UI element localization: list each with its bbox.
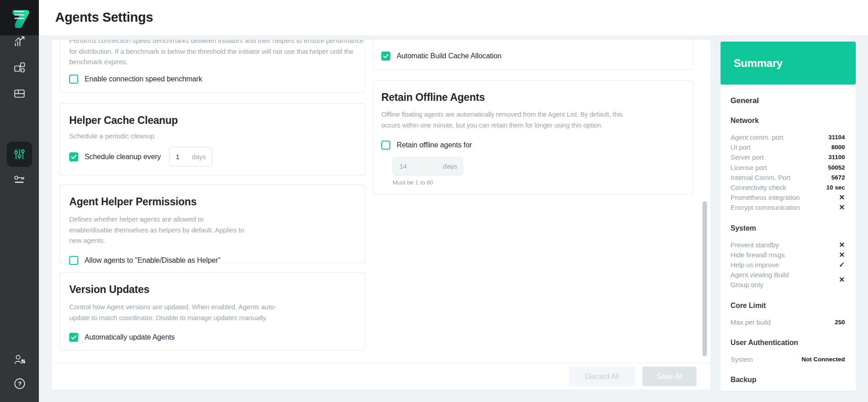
summary-row-value: 8000 bbox=[831, 142, 845, 152]
card-build-cache: Automatic Build Cache Allocation bbox=[373, 40, 693, 70]
summary-row-label: System bbox=[730, 355, 753, 364]
summary-row-value: 250 bbox=[835, 317, 845, 327]
chart-icon bbox=[14, 36, 25, 47]
summary-sections[interactable]: GeneralNetworkAgent comm. port31104UI po… bbox=[721, 85, 856, 391]
schedule-cleanup-checkbox[interactable] bbox=[69, 152, 78, 161]
summary-row: Prometheus integration✕ bbox=[730, 193, 845, 203]
summary-section-rows: Prevent standby✕Hide firewall msgs✕Help … bbox=[730, 240, 845, 290]
summary-section-rows: Agent comm. port31104UI port8000Server p… bbox=[730, 132, 845, 213]
summary-row-label: Internal Comm. Port bbox=[730, 173, 790, 183]
summary-row: Internal Comm. Port5672 bbox=[730, 173, 845, 183]
card-version-updates: Version Updates Control how Agent versio… bbox=[60, 272, 365, 350]
summary-row-label: Encrypt communication bbox=[730, 203, 800, 213]
summary-row-value: 31100 bbox=[828, 152, 845, 162]
retain-offline-agents-checkbox[interactable] bbox=[381, 141, 390, 150]
connection-benchmark-row: Enable connection speed benchmark bbox=[69, 75, 356, 84]
sidebar-item-user-preferences[interactable] bbox=[0, 349, 39, 370]
summary-row-value: 50052 bbox=[828, 163, 845, 173]
retain-days-unit: days bbox=[443, 162, 457, 170]
summary-row-value: 31104 bbox=[828, 132, 845, 142]
summary-row-label: Agent viewing Build Group only bbox=[730, 270, 806, 290]
summary-row-label: Agent comm. port bbox=[730, 132, 783, 142]
summary-section-heading: User Authentication bbox=[730, 338, 845, 347]
connection-benchmark-description: Performs connection speed benchmarks bet… bbox=[69, 40, 365, 67]
hamburger-menu-icon bbox=[14, 9, 25, 21]
card-title: Version Updates bbox=[69, 284, 356, 295]
sidebar-item-help[interactable]: ? bbox=[0, 373, 39, 394]
summary-row-label: Hide firewall msgs bbox=[730, 250, 785, 260]
header: Agents Settings bbox=[39, 0, 868, 35]
summary-row-value: 5672 bbox=[831, 173, 845, 183]
card-description: Defines whether helper agents are allowe… bbox=[69, 214, 248, 246]
cleanup-days-value: 1 bbox=[176, 153, 180, 161]
summary-row-label: Help us improve bbox=[730, 260, 779, 270]
card-subtitle: Schedule a periodic cleanup bbox=[69, 132, 356, 141]
summary-row-label: Max per build bbox=[730, 317, 771, 327]
summary-section-heading: Core Limit bbox=[730, 301, 845, 310]
card-title: Retain Offline Agents bbox=[381, 91, 683, 103]
sidebar-item-license[interactable] bbox=[0, 169, 39, 190]
card-title: Agent Helper Permissions bbox=[69, 196, 356, 208]
summary-row-value: Not Connected bbox=[802, 355, 845, 364]
summary-row: Agent viewing Build Group only✕ bbox=[730, 270, 845, 290]
summary-row: License port50052 bbox=[730, 163, 845, 173]
retain-days-hint: Must be 1 to 60 bbox=[393, 179, 683, 186]
retain-days-input[interactable]: 14 days bbox=[393, 157, 463, 175]
summary-section-heading: General bbox=[730, 96, 845, 105]
build-cache-row: Automatic Build Cache Allocation bbox=[381, 52, 683, 61]
summary-row: SystemNot Connected bbox=[730, 355, 845, 364]
footer-action-bar: Discard All Save All bbox=[52, 363, 711, 390]
allow-enable-disable-helper-checkbox[interactable] bbox=[69, 256, 78, 265]
cross-mark-icon: ✕ bbox=[839, 203, 845, 213]
checkbox-label: Allow agents to "Enable/Disable as Helpe… bbox=[85, 256, 221, 265]
retain-days-value: 14 bbox=[399, 162, 407, 170]
summary-row-label: Prometheus integration bbox=[730, 193, 800, 203]
card-description: Control how Agent versions are updated. … bbox=[69, 302, 295, 323]
sliders-icon bbox=[13, 148, 26, 161]
svg-text:?: ? bbox=[18, 380, 21, 387]
cleanup-days-input[interactable]: 1 days bbox=[169, 147, 212, 166]
enable-speed-benchmark-checkbox[interactable] bbox=[69, 75, 78, 84]
page-title: Agents Settings bbox=[55, 10, 153, 25]
scrollbar-thumb[interactable] bbox=[702, 201, 707, 356]
help-icon: ? bbox=[14, 378, 26, 390]
summary-row-label: UI port bbox=[730, 142, 750, 152]
helper-permission-row: Allow agents to "Enable/Disable as Helpe… bbox=[69, 256, 356, 265]
summary-row-label: License port bbox=[730, 163, 767, 173]
sidebar-item-builds[interactable] bbox=[0, 83, 39, 104]
sidebar-item-dashboard[interactable] bbox=[0, 31, 39, 52]
checkbox-label: Schedule cleanup every bbox=[85, 153, 161, 161]
summary-row: Prevent standby✕ bbox=[730, 240, 845, 250]
sidebar-item-menu[interactable] bbox=[0, 4, 39, 26]
summary-row-label: Server port bbox=[730, 152, 764, 162]
summary-row: Max per build250 bbox=[730, 317, 845, 327]
save-all-button[interactable]: Save All bbox=[642, 367, 697, 386]
cross-mark-icon: ✕ bbox=[839, 250, 845, 260]
cleanup-days-unit: days bbox=[192, 153, 206, 161]
settings-scroll-panel: Performs connection speed benchmarks bet… bbox=[52, 40, 711, 390]
allocation-icon bbox=[14, 61, 25, 73]
checkbox-label: Enable connection speed benchmark bbox=[85, 75, 202, 83]
card-helper-cache-cleanup: Helper Cache Cleanup Schedule a periodic… bbox=[60, 103, 365, 175]
summary-section-heading: Backup bbox=[730, 375, 845, 384]
checkbox-label: Retain offline agents for bbox=[397, 141, 472, 149]
summary-row-label: Connectivity check bbox=[730, 183, 786, 193]
summary-row-label: Prevent standby bbox=[730, 240, 779, 250]
card-agent-helper-permissions: Agent Helper Permissions Defines whether… bbox=[60, 184, 365, 263]
discard-all-button[interactable]: Discard All bbox=[569, 367, 635, 386]
checkbox-label: Automatically update Agents bbox=[85, 333, 175, 341]
card-title: Helper Cache Cleanup bbox=[69, 114, 356, 126]
sidebar-item-settings-active[interactable] bbox=[7, 142, 32, 167]
sidebar-item-agents-allocation[interactable] bbox=[0, 57, 39, 78]
cross-mark-icon: ✕ bbox=[839, 240, 845, 250]
auto-build-cache-checkbox[interactable] bbox=[381, 52, 390, 61]
summary-row: Encrypt communication✕ bbox=[730, 203, 845, 213]
check-mark-icon: ✓ bbox=[839, 260, 845, 270]
grid-icon bbox=[14, 88, 25, 99]
summary-panel: Summary GeneralNetworkAgent comm. port31… bbox=[721, 42, 856, 391]
auto-update-agents-checkbox[interactable] bbox=[69, 333, 78, 342]
user-settings-icon bbox=[14, 354, 25, 365]
card-description: Offline floating agents are automaticall… bbox=[381, 109, 639, 131]
summary-section-rows: Max per build250 bbox=[730, 317, 845, 327]
card-retain-offline-agents: Retain Offline Agents Offline floating a… bbox=[373, 80, 693, 194]
